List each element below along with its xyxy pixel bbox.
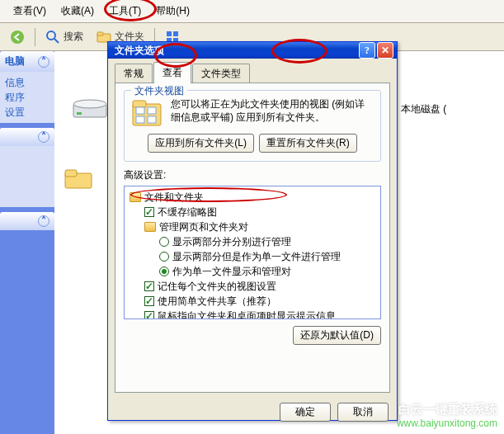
apply-all-folders-button[interactable]: 应用到所有文件夹(L) — [148, 134, 254, 153]
restore-defaults-button[interactable]: 还原为默认值(D) — [293, 326, 381, 345]
separator — [35, 28, 35, 46]
cancel-button[interactable]: 取消 — [337, 403, 389, 422]
side-panel-body: 信息 程序 设置 — [0, 72, 54, 123]
folder-small-icon[interactable] — [64, 167, 92, 190]
side-link[interactable]: 程序 — [5, 90, 49, 105]
checkbox-icon — [144, 207, 154, 217]
toolbar-search-label: 搜索 — [64, 30, 83, 44]
folder-options-dialog: 文件夹选项 ? ✕ 常规 查看 文件类型 文件夹视图 您可以将正在为此文件夹使用… — [107, 41, 398, 421]
left-sidebar: 电脑 ˄ 信息 程序 设置 ˄ ˄ — [0, 51, 54, 434]
tree-item-label: 显示两部分并分别进行管理 — [172, 234, 291, 249]
help-button[interactable]: ? — [359, 42, 375, 59]
side-panel-3: ˄ — [0, 212, 54, 230]
tree-item-label: 鼠标指向文件夹和桌面项时显示提示信息 — [158, 309, 336, 319]
svg-point-0 — [11, 31, 24, 44]
tree-item-label: 记住每个文件夹的视图设置 — [158, 279, 276, 294]
svg-rect-11 — [77, 112, 82, 115]
tree-item-label: 使用简单文件共享（推荐） — [158, 294, 276, 309]
chevron-up-icon: ˄ — [38, 131, 49, 143]
tree-item-label: 不缓存缩略图 — [158, 205, 217, 219]
chevron-up-icon: ˄ — [38, 215, 49, 227]
side-panel-2: ˄ — [0, 128, 54, 207]
folder-icon — [130, 192, 141, 202]
side-panel-header[interactable]: ˄ — [0, 212, 54, 230]
tree-item: 文件和文件夹 — [126, 190, 379, 205]
svg-rect-4 — [97, 32, 103, 35]
side-panel-tasks: 电脑 ˄ 信息 程序 设置 — [0, 51, 54, 123]
watermark-title: 白云一键重装系统 — [397, 402, 497, 417]
advanced-settings-label: 高级设置: — [124, 168, 381, 182]
tree-item-label: 文件和文件夹 — [144, 190, 204, 205]
titlebar[interactable]: 文件夹选项 ? ✕ — [108, 42, 397, 59]
svg-line-2 — [54, 39, 59, 43]
search-icon — [45, 30, 60, 45]
svg-rect-15 — [133, 101, 146, 107]
side-panel-header[interactable]: ˄ — [0, 128, 54, 146]
tree-item-label: 作为单一文件显示和管理对 — [172, 264, 291, 279]
advanced-settings-tree[interactable]: 文件和文件夹不缓存缩略图管理网页和文件夹对显示两部分并分别进行管理显示两部分但是… — [124, 186, 381, 319]
folder-views-icon — [131, 97, 164, 129]
toolbar-search[interactable]: 搜索 — [40, 28, 88, 46]
tree-item[interactable]: 显示两部分并分别进行管理 — [126, 234, 379, 249]
close-button[interactable]: ✕ — [377, 42, 393, 59]
svg-rect-19 — [148, 116, 156, 123]
folder-views-fieldset: 文件夹视图 您可以将正在为此文件夹使用的视图 (例如详细信息或平铺) 应用到所有… — [124, 90, 381, 162]
dialog-body: 常规 查看 文件类型 文件夹视图 您可以将正在为此文件夹使用的视图 (例如详细信… — [108, 59, 397, 399]
svg-rect-13 — [65, 170, 77, 177]
checkbox-icon — [144, 311, 154, 319]
svg-rect-6 — [173, 31, 178, 36]
svg-rect-5 — [167, 31, 172, 36]
tree-item[interactable]: 鼠标指向文件夹和桌面项时显示提示信息 — [126, 309, 379, 319]
dialog-footer: 确定 取消 — [108, 399, 397, 430]
side-panel-title: 电脑 — [5, 54, 25, 68]
dialog-title: 文件夹选项 — [115, 44, 164, 58]
side-link[interactable]: 设置 — [5, 105, 49, 120]
menu-help[interactable]: 帮助(H) — [151, 2, 195, 20]
watermark-url: www.baiyunxitong.com — [397, 417, 497, 429]
menubar: 查看(V) 收藏(A) 工具(T) 帮助(H) — [0, 0, 504, 23]
menu-view[interactable]: 查看(V) — [8, 2, 51, 20]
reset-all-folders-button[interactable]: 重置所有文件夹(R) — [259, 134, 357, 153]
fieldset-legend: 文件夹视图 — [131, 84, 187, 98]
svg-rect-17 — [148, 107, 156, 114]
toolbar-back[interactable] — [5, 28, 30, 46]
menu-favorites[interactable]: 收藏(A) — [56, 2, 99, 20]
tree-item-label: 管理网页和文件夹对 — [159, 219, 248, 234]
svg-rect-16 — [136, 107, 144, 114]
svg-point-1 — [47, 31, 55, 40]
chevron-up-icon: ˄ — [38, 56, 49, 68]
tab-general[interactable]: 常规 — [115, 64, 153, 83]
tree-item[interactable]: 显示两部分但是作为单一文件进行管理 — [126, 249, 379, 264]
back-icon — [10, 30, 25, 45]
radio-icon — [159, 252, 169, 262]
tree-item[interactable]: 不缓存缩略图 — [126, 205, 379, 219]
folder-icon — [144, 222, 156, 232]
tab-filetypes[interactable]: 文件类型 — [192, 64, 250, 83]
svg-point-10 — [73, 100, 106, 108]
checkbox-icon — [144, 281, 154, 291]
side-panel-body — [0, 146, 54, 207]
tab-view[interactable]: 查看 — [153, 62, 191, 83]
tree-item[interactable]: 作为单一文件显示和管理对 — [126, 264, 379, 279]
side-link[interactable]: 信息 — [5, 75, 49, 90]
tab-panel-view: 文件夹视图 您可以将正在为此文件夹使用的视图 (例如详细信息或平铺) 应用到所有… — [115, 83, 390, 393]
tree-item: 管理网页和文件夹对 — [126, 219, 379, 234]
checkbox-icon — [144, 296, 154, 306]
tree-item-label: 显示两部分但是作为单一文件进行管理 — [172, 249, 341, 264]
watermark: 白云一键重装系统 www.baiyunxitong.com — [397, 402, 497, 429]
side-panel-header[interactable]: 电脑 ˄ — [0, 51, 54, 72]
tree-item[interactable]: 使用简单文件共享（推荐） — [126, 294, 379, 309]
svg-rect-18 — [136, 116, 144, 123]
radio-icon — [159, 267, 169, 276]
disk-label: 本地磁盘 ( — [401, 102, 446, 116]
ok-button[interactable]: 确定 — [280, 403, 331, 422]
menu-tools[interactable]: 工具(T) — [104, 2, 146, 20]
radio-icon — [159, 237, 169, 247]
tree-item[interactable]: 记住每个文件夹的视图设置 — [126, 279, 379, 294]
folder-views-desc: 您可以将正在为此文件夹使用的视图 (例如详细信息或平铺) 应用到所有文件夹。 — [171, 97, 374, 129]
tabstrip: 常规 查看 文件类型 — [115, 64, 390, 83]
